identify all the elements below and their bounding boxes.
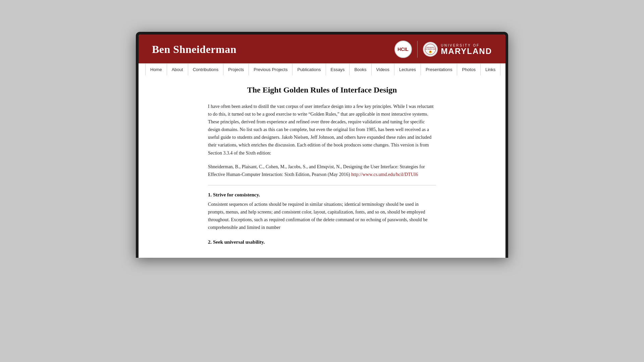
- nav-item-about: About: [167, 64, 188, 75]
- rule-2: 2. Seek universal usability.: [208, 239, 436, 245]
- nav-link-presentations[interactable]: Presentations: [421, 64, 458, 75]
- nav-item-links: Links: [481, 64, 500, 75]
- nav-item-publications: Publications: [292, 64, 326, 75]
- nav-link-contributions[interactable]: Contributions: [188, 64, 224, 75]
- rule-1-number: 1.: [208, 192, 212, 197]
- site-nav: Home About Contributions Projects Previo…: [139, 63, 505, 75]
- nav-link-books[interactable]: Books: [350, 64, 371, 75]
- rule-2-title: Seek universal usability.: [213, 239, 265, 245]
- article-citation: Shneiderman, B., Plaisant, C., Cohen, M.…: [208, 163, 436, 178]
- rule-2-number: 2.: [208, 239, 212, 245]
- hcil-logo: HCIL: [394, 41, 412, 58]
- monitor-screen: Ben Shneiderman HCIL UNIVERSITY OF MARYL…: [139, 35, 505, 258]
- citation-link[interactable]: http://www.cs.umd.edu/hcil/DTUI6: [351, 172, 418, 177]
- article-intro: I have often been asked to distill the v…: [208, 103, 436, 157]
- nav-link-lectures[interactable]: Lectures: [394, 64, 421, 75]
- nav-item-presentations: Presentations: [421, 64, 458, 75]
- rule-1-text: Consistent sequences of actions should b…: [208, 200, 436, 231]
- nav-link-links[interactable]: Links: [481, 64, 500, 75]
- nav-link-videos[interactable]: Videos: [372, 64, 395, 75]
- header-logos: HCIL UNIVERSITY OF MARYLAND: [394, 41, 492, 58]
- rule-1: 1. Strive for consistency. Consistent se…: [208, 192, 436, 231]
- nav-item-books: Books: [350, 64, 371, 75]
- nav-item-essays: Essays: [326, 64, 350, 75]
- nav-link-about[interactable]: About: [167, 64, 188, 75]
- nav-list: Home About Contributions Projects Previo…: [145, 64, 499, 75]
- main-content: The Eight Golden Rules of Interface Desi…: [195, 75, 449, 258]
- header-top: Ben Shneiderman HCIL UNIVERSITY OF MARYL…: [152, 41, 492, 63]
- umd-text-block: UNIVERSITY OF MARYLAND: [441, 44, 492, 55]
- nav-item-home: Home: [145, 64, 167, 75]
- nav-link-essays[interactable]: Essays: [326, 64, 350, 75]
- article-title: The Eight Golden Rules of Interface Desi…: [208, 85, 436, 95]
- nav-item-projects: Projects: [223, 64, 249, 75]
- nav-item-photos: Photos: [457, 64, 480, 75]
- umd-seal: UNIVERSITY OF MARYLAND: [423, 42, 438, 57]
- nav-link-projects[interactable]: Projects: [223, 64, 249, 75]
- nav-link-publications[interactable]: Publications: [292, 64, 326, 75]
- svg-text:OF MARYLAND: OF MARYLAND: [425, 48, 435, 50]
- monitor-wrapper: Ben Shneiderman HCIL UNIVERSITY OF MARYL…: [136, 32, 508, 258]
- rule-1-title: Strive for consistency.: [213, 192, 260, 197]
- nav-item-contributions: Contributions: [188, 64, 224, 75]
- nav-item-lectures: Lectures: [394, 64, 421, 75]
- nav-link-photos[interactable]: Photos: [457, 64, 480, 75]
- rule-1-heading: 1. Strive for consistency.: [208, 192, 436, 198]
- nav-link-home[interactable]: Home: [145, 64, 167, 75]
- rule-2-heading: 2. Seek universal usability.: [208, 239, 436, 245]
- nav-item-previous-projects: Previous Projects: [249, 64, 292, 75]
- nav-item-videos: Videos: [372, 64, 395, 75]
- umd-line2: MARYLAND: [441, 47, 492, 55]
- nav-link-previous-projects[interactable]: Previous Projects: [249, 64, 292, 75]
- site-header: Ben Shneiderman HCIL UNIVERSITY OF MARYL…: [139, 35, 505, 63]
- umd-logo: UNIVERSITY OF MARYLAND UNIVERSITY OF MAR…: [423, 42, 492, 57]
- content-divider: [208, 185, 436, 185]
- logo-divider: [417, 41, 418, 58]
- site-title: Ben Shneiderman: [152, 43, 236, 56]
- hcil-label: HCIL: [397, 47, 409, 52]
